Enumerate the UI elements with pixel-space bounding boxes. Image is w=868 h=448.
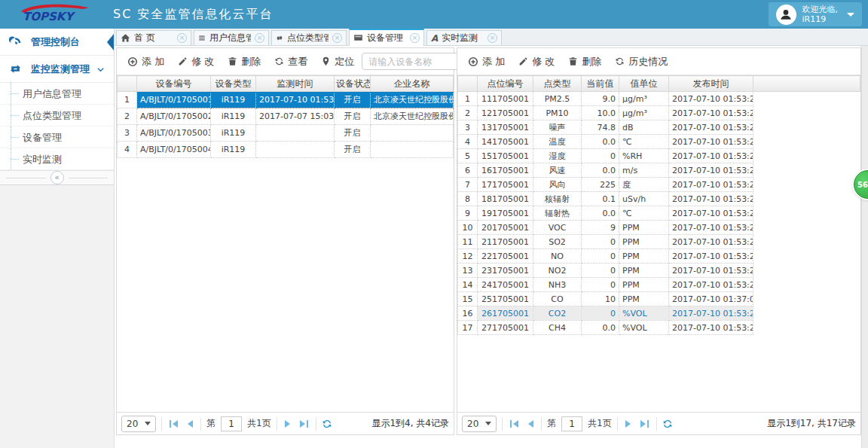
table-row[interactable]: 6161705001风速0.0m/s2017-07-10 01:53:21 [458,163,860,178]
table-row[interactable]: 3A/BJLT/0/1705003iR119开启 [118,125,454,142]
scrollbar-track[interactable] [861,46,868,448]
next-page-button[interactable] [623,420,633,428]
page-input[interactable] [561,416,582,431]
cell: 241705001 [478,278,533,292]
user-menu[interactable]: 欢迎光临, iR119 [769,2,863,26]
table-row[interactable]: 1111705001PM2.59.0μg/m³2017-07-10 01:53:… [458,92,860,106]
locate-button[interactable]: 定位 [315,52,360,72]
table-row[interactable]: 2121705001PM1010.0μg/m³2017-07-10 01:53:… [458,106,860,120]
cell: 2017-07-07 15:03:05 [256,108,335,125]
cell: 2017-07-10 01:53:22 [669,306,753,321]
edit-button[interactable]: 修 改 [172,52,220,72]
header-row: 设备编号设备类型监测时间设备状态企业名称 [118,76,454,92]
sidebar-item-point-type[interactable]: 点位类型管理 [0,105,114,126]
table-row[interactable]: 17271705001CH40.0%VOL2017-07-10 01:53:21 [458,321,860,335]
delete-button[interactable]: 删除 [562,52,607,72]
table-row[interactable]: 10201705001VOC9PPM2017-07-10 01:53:22 [458,221,860,235]
sidebar-section-console[interactable]: 管理控制台 [0,29,114,56]
row-number-cell: 1 [458,92,478,106]
cell: 261705001 [478,306,533,321]
delete-button[interactable]: 删除 [222,52,267,72]
home-icon [121,33,130,43]
table-row[interactable]: 12221705001NO0PPM2017-07-10 01:53:21 [458,249,860,264]
tab-close-icon[interactable]: × [177,33,187,43]
view-button[interactable]: 查看 [268,52,313,72]
table-row[interactable]: 4141705001温度0.0℃2017-07-10 01:53:22 [458,135,860,149]
refresh-icon[interactable] [322,419,332,429]
sidebar-item-realtime[interactable]: 实时监测 [0,148,114,170]
cell: 2017-07-10 01:53:22 [669,264,753,278]
tab-device[interactable]: 设备管理 × [349,29,424,46]
row-number-cell: 15 [458,292,478,306]
tab-close-icon[interactable]: × [410,33,420,43]
sidebar-item-user-info[interactable]: 用户信息管理 [0,83,114,105]
page-size-select[interactable]: 20 [462,416,497,432]
refresh-icon[interactable] [662,419,673,429]
tab-close-icon[interactable]: × [487,33,497,43]
cell: 2017-07-10 01:53:21 [669,249,753,264]
first-page-button[interactable] [508,420,521,428]
table-row[interactable]: 9191705001辐射热0.0℃2017-07-10 01:53:21 [458,206,860,221]
page-label: 第 [206,417,215,430]
cell: dB [619,120,669,135]
cell: 2017-07-10 01:53:22 [669,235,753,249]
cell: PM2.5 [533,92,582,106]
sidebar-item-device[interactable]: 设备管理 [0,126,114,148]
table-row[interactable]: 5151705001湿度0%RH2017-07-10 01:53:22 [458,149,860,163]
cell: 2017-07-10 01:37:01 [669,292,753,306]
cell: 0.0 [582,135,619,149]
pencil-icon [518,56,528,66]
row-number-cell: 8 [458,192,478,206]
cell: 10 [582,292,619,306]
tab-user-info[interactable]: 用户信息管理 × [194,30,269,45]
table-row[interactable]: 4A/BJLT/0/1705004iR119开启 [118,142,454,158]
last-page-button[interactable] [638,420,651,428]
cell: 2017-07-10 01:53:21 [669,163,753,178]
first-page-button[interactable] [167,420,180,428]
sidebar-section-monitor-mgmt[interactable]: 监控监测管理 [0,56,114,83]
cell: 2017-07-10 01:53:22 [669,120,753,135]
cell: 2017-07-10 01:53:21 [669,192,753,206]
table-row[interactable]: 13231705001NO20PPM2017-07-10 01:53:22 [458,264,860,278]
history-button[interactable]: 历史情况 [609,52,674,72]
tab-point-type[interactable]: 点位类型管理 × [271,30,347,45]
prev-page-button[interactable] [185,420,195,428]
topsky-logo: TOPSKY [11,4,99,25]
cell: 2017-07-10 01:53:22 [669,135,753,149]
cell: 2017-07-10 01:53:22 [256,92,335,108]
table-row[interactable]: 1A/BJLT/0/1705001iR1192017-07-10 01:53:2… [118,92,454,108]
table-row[interactable]: 16261705001CO20%VOL2017-07-10 01:53:22 [458,306,860,321]
last-page-button[interactable] [298,420,310,428]
page-input[interactable] [221,416,242,431]
table-row[interactable]: 2A/BJLT/0/1705002iR1192017-07-07 15:03:0… [118,108,454,125]
total-pages-label: 共1页 [247,417,271,430]
tab-close-icon[interactable]: × [255,33,264,43]
page-size-select[interactable]: 20 [121,416,156,432]
add-button[interactable]: 添 加 [462,52,511,72]
cell: 271705001 [478,321,533,335]
table-row[interactable]: 3131705001噪声74.8dB2017-07-10 01:53:22 [458,120,860,135]
tab-home[interactable]: 首 页 × [116,30,191,45]
row-number-header [118,76,137,92]
chevron-down-icon [96,66,105,74]
tab-realtime[interactable]: A 实时监测 × [426,30,502,45]
table-row[interactable]: 11211705001SO20PPM2017-07-10 01:53:22 [458,235,860,249]
table-row[interactable]: 8181705001核辐射0.1uSv/h2017-07-10 01:53:21 [458,192,860,206]
collapse-sidebar-button[interactable]: « [50,171,64,184]
cell: 9.0 [582,92,619,106]
cell: 北京凌天世纪控股股份有限公司 [371,108,454,125]
next-page-button[interactable] [283,420,292,428]
edit-button[interactable]: 修 改 [512,52,561,72]
tab-close-icon[interactable]: × [332,33,342,43]
cell: %RH [619,149,669,163]
cell: PPM [619,278,669,292]
cell: 2017-07-10 01:53:21 [669,178,753,192]
cell: 121705001 [478,106,533,120]
prev-page-button[interactable] [526,420,536,428]
refresh-icon [615,56,625,66]
column-header: 监测时间 [256,76,335,92]
table-row[interactable]: 14241705001NH30PPM2017-07-10 01:53:21 [458,278,860,292]
add-button[interactable]: 添 加 [121,52,170,72]
table-row[interactable]: 15251705001CO10PPM2017-07-10 01:37:01 [458,292,860,306]
table-row[interactable]: 7171705001风向225度2017-07-10 01:53:21 [458,178,860,192]
